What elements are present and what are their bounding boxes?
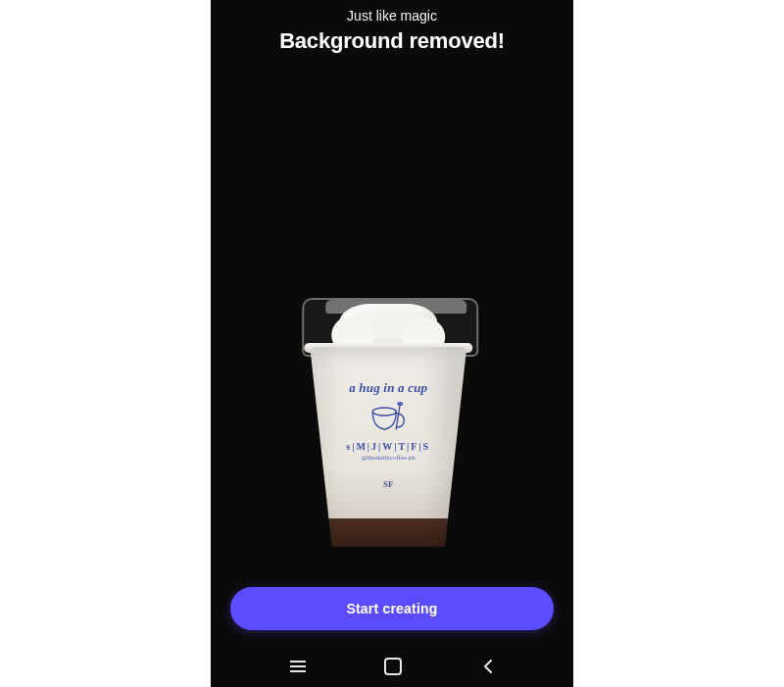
- cup-handle-text: @thedailycoffee.ph: [296, 454, 480, 462]
- svg-point-0: [372, 408, 396, 416]
- header: Just like magic Background removed!: [211, 6, 573, 55]
- cup-bottom-text: SF: [296, 479, 480, 489]
- header-subtitle: Just like magic: [211, 6, 573, 25]
- android-navbar: [211, 646, 573, 687]
- cutout-image[interactable]: a hug in a cup s|M|J|W|T|F|S @thedailyco…: [296, 290, 480, 557]
- start-creating-button[interactable]: Start creating: [230, 587, 554, 630]
- result-canvas: a hug in a cup s|M|J|W|T|F|S @thedailyco…: [211, 51, 573, 599]
- nav-home-icon[interactable]: [384, 658, 402, 675]
- cup-print: a hug in a cup s|M|J|W|T|F|S @thedailyco…: [296, 380, 480, 489]
- cup-days-row: s|M|J|W|T|F|S: [296, 441, 480, 452]
- app-screen: Just like magic Background removed! a hu…: [211, 0, 573, 687]
- cup-line-art-icon: [365, 400, 412, 435]
- nav-recent-icon[interactable]: [290, 661, 306, 672]
- cup-slogan: a hug in a cup: [296, 380, 480, 396]
- nav-back-icon[interactable]: [481, 660, 495, 673]
